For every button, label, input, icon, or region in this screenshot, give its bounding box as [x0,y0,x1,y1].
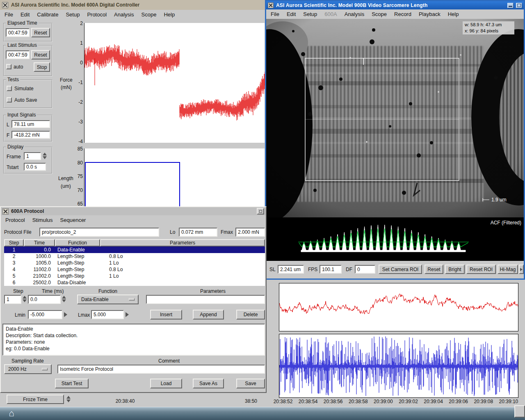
hi-mag-dropdown[interactable] [519,265,524,274]
comment-input[interactable]: Isometric Force Protocol [57,365,265,374]
taskbar-corner-item[interactable] [514,405,525,418]
protocol-file-input[interactable]: pro/protocolo_2 [39,228,159,237]
step-spinner[interactable] [23,296,27,302]
time-input[interactable]: 0.0 [28,295,61,304]
df-value[interactable]: 0 [355,265,375,274]
protocol-step-row[interactable]: 21000.0Length-Step0.8 Lo [4,253,265,260]
menu-setup[interactable]: Setup [299,10,321,18]
time-spinner[interactable] [62,296,66,302]
lmax-label: Lmax [78,312,90,318]
menu-protocol[interactable]: Protocol [83,10,110,19]
stop-button[interactable]: Stop [34,62,50,72]
simulate-checkbox[interactable] [7,86,12,91]
hi-mag-button[interactable]: Hi-Mag [498,265,518,274]
menu-stimulus[interactable]: Stimulus [29,216,57,224]
col-header-time[interactable]: Time [24,239,55,247]
video-frame[interactable]: w: 58.9 h: 47.3 um x: 96 y: 84 pixels 1.… [266,19,524,217]
menubar-protocol: ProtocolStimulusSequencer [2,215,266,224]
time-axis-label: 20:39:02 [396,399,421,404]
menu-sequencer[interactable]: Sequencer [57,216,90,224]
protocol-step-row[interactable]: 10.0Data-Enable [4,247,265,253]
table-cell: 0.8 Lo [100,253,265,259]
reset-button[interactable]: Reset [425,265,443,274]
frame-stepper[interactable]: 1 [24,152,41,160]
titlebar-protocol[interactable]: 600A Protocol [1,207,266,215]
table-cell: 1 [4,247,24,253]
desc-line: Data-Enable [6,326,262,332]
table-cell: 25002.0 [24,280,55,285]
protocol-step-row[interactable]: 411002.0Length-Step0.8 Lo [4,266,265,273]
time-axis-label: 20:38:40 [109,398,142,404]
stimulus-reset-button[interactable]: Reset [31,50,50,59]
reset-roi-button[interactable]: Reset ROI [466,265,496,274]
protocol-step-row[interactable]: 521002.0Length-Step1 Lo [4,273,265,279]
lmin-arrow-icon[interactable] [64,312,67,317]
fmax-input[interactable]: 2.000 mN [235,228,265,237]
col-header-parameters[interactable]: Parameters [100,239,265,247]
load-button[interactable]: Load [150,379,182,388]
protocol-step-row[interactable]: 625002.0Data-Disable [4,279,265,286]
force-axis-unit: (mN) [61,84,72,90]
time-axis-label: 20:38:56 [320,399,346,404]
home-button[interactable]: ⌂ [6,408,17,419]
froze-time-spinner[interactable] [66,396,71,402]
delete-button[interactable]: Delete [236,310,265,320]
menu-scope[interactable]: Scope [138,10,160,19]
lo-input[interactable]: 0.072 mm [179,228,217,237]
col-header-function[interactable]: Function [55,239,100,247]
menu-edit[interactable]: Edit [283,10,299,18]
parameters-input[interactable] [146,295,265,304]
step-input[interactable]: 1 [4,295,21,304]
menu-file[interactable]: File [267,10,283,18]
bright-button[interactable]: Bright [445,265,465,274]
protocol-step-row[interactable]: 31005.0Length-Step1 Lo [4,260,265,266]
col-header-step[interactable]: Step [4,239,24,247]
minimize-button[interactable] [507,3,514,8]
sampling-rate-dropdown[interactable]: 2000 Hz [4,364,52,374]
menu-record[interactable]: Record [390,10,415,18]
scope-red-trace [279,283,518,331]
table-cell: 1 Lo [100,260,265,266]
menu-protocol[interactable]: Protocol [2,216,29,224]
function-dropdown[interactable]: Data-Enable [77,294,139,304]
lmin-input[interactable]: -5.000 [28,310,62,319]
length-axis-label: Length [58,176,73,181]
minimize-button[interactable] [257,208,264,215]
tstart-value[interactable]: 0.0 s [24,163,46,171]
axis-tick: 70 [72,187,83,193]
acf-trace [266,217,524,261]
menu-edit[interactable]: Edit [17,10,33,19]
menu-calibrate[interactable]: Calibrate [33,10,62,19]
menu-file[interactable]: File [1,10,17,19]
frame-spinner[interactable] [43,153,47,159]
titlebar-900b[interactable]: ASI Aurora Scientific Inc. Model 900B Vi… [266,1,524,9]
insert-button[interactable]: Insert [150,310,182,320]
lo-label: Lo [170,229,175,235]
auto-checkbox[interactable] [6,64,11,69]
froze-time-control[interactable]: Froze Time [7,395,64,404]
menu-help[interactable]: Help [444,10,463,18]
set-camera-roi-button[interactable]: Set Camera ROI [379,265,422,274]
axis-tick: 1 [72,40,83,46]
lmax-input[interactable]: 5.000 [91,310,124,319]
home-icon: ⌂ [9,409,14,418]
lmax-arrow-icon[interactable] [126,312,129,317]
menu-scope[interactable]: Scope [368,10,390,18]
save-button[interactable]: Save [236,379,265,388]
elapsed-reset-button[interactable]: Reset [31,28,50,37]
axis-tick: -2 [72,99,83,105]
simulate-label: Simulate [14,86,34,91]
maximize-button[interactable] [516,3,522,8]
autosave-checkbox[interactable] [7,97,12,103]
menu-help[interactable]: Help [160,10,178,19]
menu-setup[interactable]: Setup [62,10,83,19]
menu-playback[interactable]: Playback [415,10,444,18]
start-test-button[interactable]: Start Test [55,379,89,388]
window-title: 600A Protocol [11,208,254,214]
save-as-button[interactable]: Save As [193,379,224,388]
menu-analysis[interactable]: Analysis [341,10,368,18]
menu-600a[interactable]: 600A [321,10,340,18]
menu-analysis[interactable]: Analysis [110,10,137,19]
fmax-label: Fmax [221,229,233,235]
append-button[interactable]: Append [193,310,224,320]
